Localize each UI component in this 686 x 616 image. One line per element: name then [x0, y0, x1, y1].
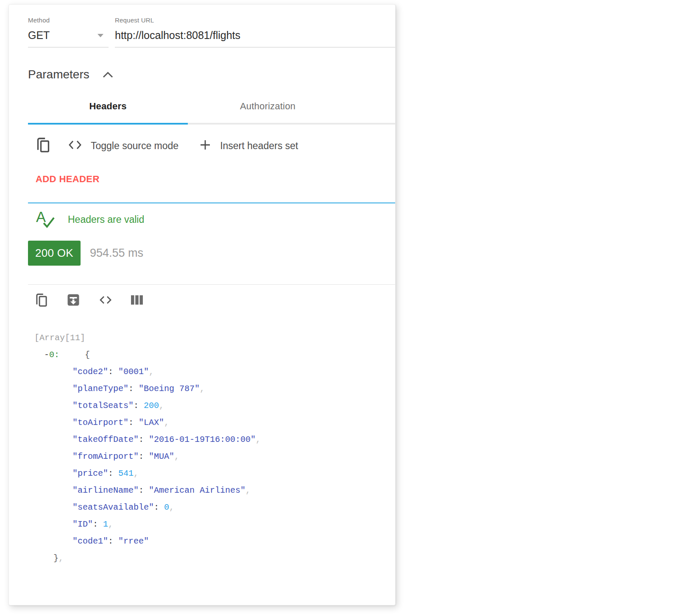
- spellcheck-icon: A: [36, 208, 55, 230]
- archive-download-icon: [66, 293, 81, 309]
- json-token-comma: ,: [159, 401, 164, 411]
- svg-text:A: A: [36, 209, 46, 225]
- parameters-title: Parameters: [28, 68, 89, 81]
- columns-icon: [131, 294, 143, 307]
- json-token-comma: ,: [245, 486, 251, 495]
- toggle-source-mode-label: Toggle source mode: [91, 140, 178, 152]
- url-label: Request URL: [115, 17, 395, 24]
- parameters-tabs: Headers Authorization: [28, 101, 376, 125]
- json-token-colon: :: [93, 519, 103, 529]
- json-token-str: "2016-01-19T16:00:00": [149, 435, 256, 444]
- json-token-colon: :: [154, 502, 164, 512]
- json-token-comma: ,: [200, 384, 205, 394]
- response-status-row: 200 OK 954.55 ms: [28, 241, 376, 266]
- tab-authorization[interactable]: Authorization: [188, 101, 348, 112]
- json-line: "seatsAvailable": 0,: [28, 499, 376, 516]
- response-toolbar: [28, 291, 376, 310]
- tab-track: [28, 123, 395, 125]
- section-divider-blue: [28, 203, 395, 203]
- headers-valid-message: Headers are valid: [68, 214, 144, 225]
- copy-response-button[interactable]: [35, 292, 48, 310]
- json-token-num: 541: [118, 469, 134, 478]
- json-token-num: 200: [144, 401, 159, 411]
- insert-headers-set-button[interactable]: Insert headers set: [199, 139, 298, 153]
- json-line: [Array[11]: [28, 330, 376, 347]
- tab-active-indicator: [28, 123, 188, 125]
- json-token-key: "airlineName": [73, 486, 139, 495]
- add-header-button[interactable]: ADD HEADER: [28, 174, 121, 185]
- json-line: "ID": 1,: [28, 516, 376, 533]
- code-icon: [68, 139, 82, 153]
- json-token-key: "planeType": [73, 384, 128, 394]
- toggle-source-mode-button[interactable]: Toggle source mode: [68, 139, 178, 153]
- tab-headers[interactable]: Headers: [28, 101, 188, 112]
- plus-icon: [199, 139, 212, 153]
- json-token-meta: [Array[11]: [34, 333, 85, 343]
- collapse-toggle[interactable]: -: [44, 350, 49, 360]
- json-token-key: "code1": [73, 536, 108, 546]
- insert-headers-set-label: Insert headers set: [220, 140, 298, 152]
- json-token-comma: ,: [108, 519, 113, 529]
- json-line: "takeOffDate": "2016-01-19T16:00:00",: [28, 431, 376, 448]
- json-token-colon: :: [139, 486, 149, 495]
- json-token-colon: :: [134, 401, 144, 411]
- json-line: -0: {: [28, 347, 376, 363]
- json-token-comma: ,: [256, 435, 261, 444]
- view-source-button[interactable]: [98, 294, 113, 308]
- json-token-brace: {: [59, 350, 90, 360]
- json-token-str: "MUA": [149, 452, 174, 461]
- url-field: Request URL http://localhost:8081/flight…: [115, 17, 395, 47]
- json-token-index: 0:: [49, 350, 59, 360]
- json-token-colon: :: [108, 367, 118, 377]
- json-token-str: "rree": [118, 536, 149, 546]
- response-time: 954.55 ms: [90, 247, 143, 260]
- json-token-key: "price": [73, 469, 108, 478]
- json-line: },: [28, 550, 376, 567]
- response-body: [Array[11]-0: {"code2": "0001","planeTyp…: [28, 330, 376, 567]
- parameters-header: Parameters: [28, 68, 376, 81]
- request-url-input[interactable]: http://localhost:8081/flights: [115, 29, 395, 47]
- caret-down-icon: [98, 34, 103, 37]
- json-token-comma: ,: [149, 367, 154, 377]
- method-label: Method: [28, 17, 109, 24]
- view-columns-button[interactable]: [131, 294, 143, 307]
- copy-headers-button[interactable]: [36, 136, 51, 155]
- json-token-comma: ,: [134, 469, 139, 478]
- json-token-colon: :: [128, 384, 139, 394]
- headers-validation-row: A Headers are valid: [28, 208, 376, 230]
- json-line: "airlineName": "American Airlines",: [28, 482, 376, 499]
- json-line: "toAirport": "LAX",: [28, 414, 376, 431]
- method-select[interactable]: GET: [28, 29, 109, 47]
- json-token-colon: :: [128, 418, 139, 427]
- json-token-colon: :: [108, 536, 118, 546]
- rest-client-panel: Method GET Request URL http://localhost:…: [8, 4, 396, 605]
- tab-labels: Headers Authorization: [28, 101, 376, 112]
- json-token-comma: ,: [169, 502, 174, 512]
- divider: [28, 284, 395, 285]
- json-token-str: "0001": [118, 367, 149, 377]
- copy-icon: [35, 292, 48, 310]
- headers-toolbar: Toggle source mode Insert headers set: [28, 136, 376, 156]
- chevron-up-icon[interactable]: [102, 71, 114, 80]
- request-row: Method GET Request URL http://localhost:…: [28, 17, 376, 47]
- json-token-colon: :: [108, 469, 118, 478]
- json-token-colon: :: [139, 452, 149, 461]
- json-token-key: "takeOffDate": [73, 435, 139, 444]
- json-line: "code2": "0001",: [28, 363, 376, 380]
- json-token-key: "fromAirport": [73, 452, 139, 461]
- json-token-comma: ,: [174, 452, 179, 461]
- json-line: "fromAirport": "MUA",: [28, 448, 376, 465]
- json-token-key: "toAirport": [73, 418, 128, 427]
- json-token-num: 1: [103, 519, 108, 529]
- json-token-comma: ,: [59, 553, 64, 563]
- copy-icon: [36, 136, 51, 155]
- json-token-num: 0: [164, 502, 169, 512]
- json-token-key: "code2": [73, 367, 108, 377]
- json-token-str: "LAX": [139, 418, 164, 427]
- json-token-brace: }: [53, 553, 59, 563]
- json-token-str: "American Airlines": [149, 486, 245, 495]
- json-token-key: "totalSeats": [73, 401, 134, 411]
- save-response-button[interactable]: [66, 293, 81, 309]
- json-token-key: "seatsAvailable": [73, 502, 154, 512]
- json-line: "price": 541,: [28, 465, 376, 482]
